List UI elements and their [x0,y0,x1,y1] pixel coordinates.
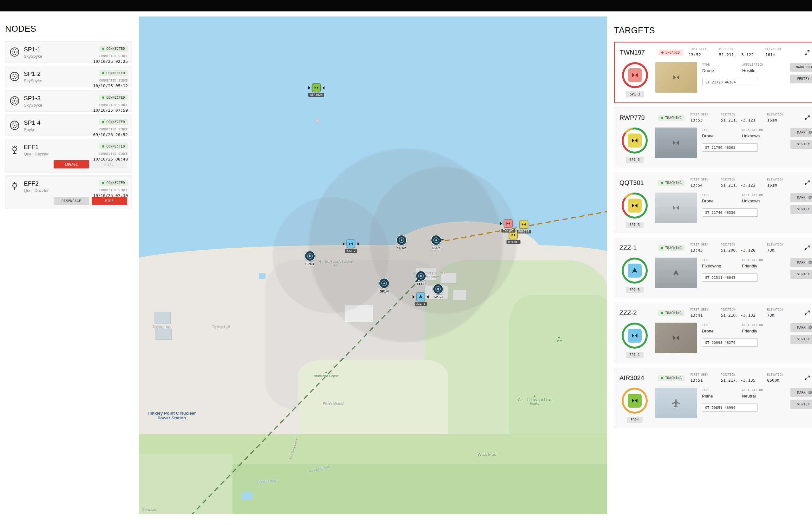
sensor-node-icon [396,235,407,245]
connected-since-label: CONNECTED SINCE [93,55,128,58]
target-thumbnail[interactable] [655,193,697,223]
target-thumbnail[interactable] [655,322,697,353]
target-id: AIR3024 [619,374,652,381]
mark-hostile-button[interactable]: MARK HOSTILE [791,193,812,202]
map-label-bramland: Bramland Copse [312,372,340,377]
target-status-badge: ENGAGED [659,49,683,56]
map-effector-eff2[interactable]: EFF2 [431,235,441,250]
type-label: TYPE [702,194,731,197]
expand-icon [805,180,810,185]
effector-node-icon [9,181,20,192]
expand-target-button[interactable] [802,308,812,318]
map-node-sp1-4[interactable]: SP1-4 [379,278,390,293]
grid-reference-field[interactable]: ST 20851 46999 [702,404,758,412]
map-effector-eff1[interactable]: EFF1 [416,271,426,286]
map-track-twn197[interactable]: TWN197 [501,219,515,232]
map-node-sp1-1[interactable]: SP1-1 [304,251,315,266]
connected-since-value: 10/10/25 07:59 [93,108,128,112]
expand-target-button[interactable] [801,47,812,58]
position-label: POSITION [721,243,761,246]
selection-arrow-icon [308,86,311,89]
map-label-turbine-hall: Turbine Hall [153,325,170,329]
expand-target-button[interactable] [802,242,812,253]
expand-target-button[interactable] [802,177,812,188]
map-track-zzz-2[interactable]: ZZZ-2 [345,240,357,253]
verify-drone-button[interactable]: VERIFY DRONE [791,270,812,279]
node-model: Quell Dazzler [24,188,48,193]
map-attribution[interactable]: © mapbox [142,508,157,511]
node-model: Spyke [24,127,41,132]
map-node-sp1-2[interactable]: SP1-2 [396,235,407,250]
verify-drone-button[interactable]: VERIFY DRONE [791,335,812,344]
status-dot-icon [661,51,664,54]
sensor-node-icon [9,71,20,82]
target-id: QQT301 [619,179,652,186]
status-dot-icon [661,182,663,184]
verify-drone-button[interactable]: VERIFY DRONE [791,205,812,214]
mark-friendly-button[interactable]: MARK FRIENDLY [790,63,812,72]
type-value: Drone [702,134,731,138]
grid-reference-field[interactable]: ST 21720 46364 [702,78,758,86]
target-card-air3024[interactable]: AIR3024 TRACKING FIRST SEEN13:51 POSITIO… [614,368,812,428]
grid-reference-field[interactable]: ST 21311 46043 [702,273,758,282]
source-node-chip: SP1-3 [626,91,644,97]
verify-drone-button[interactable]: VERIFY DRONE [791,400,812,409]
mark-hostile-button[interactable]: MARK HOSTILE [791,128,812,137]
map-track-zzz-1[interactable]: ZZZ-1 [415,292,427,306]
target-card-zzz-2[interactable]: ZZZ-2 TRACKING FIRST SEEN13:41 POSITION5… [614,303,812,363]
target-thumbnail[interactable] [655,258,697,288]
faded-contact-marker[interactable] [315,118,319,122]
effector-node-icon [9,144,20,155]
map-track-air3024[interactable]: AIR3024 [308,84,324,97]
connected-since-label: CONNECTED SINCE [93,189,128,192]
disengage-button[interactable]: DISENGAGE [54,197,89,205]
first-seen-value: 13:52 [689,52,713,57]
map-track-qqt301[interactable]: QQT301 [507,230,521,244]
type-label: TYPE [702,129,731,132]
target-card-zzz-1[interactable]: ZZZ-1 TRACKING FIRST SEEN13:43 POSITION5… [614,238,812,298]
mark-hostile-button[interactable]: MARK HOSTILE [791,323,812,332]
position-label: POSITION [721,178,761,181]
node-status-badge: CONNECTED [99,70,128,76]
expand-target-button[interactable] [802,112,812,123]
affiliation-label: AFFILIATION [742,194,763,197]
selection-arrow-icon [426,295,429,299]
classification-ring-friendly [622,322,648,349]
target-id: ZZZ-2 [619,309,652,317]
map-label-wick-moor: Wick Moor [478,452,498,456]
sensor-node-icon [9,47,20,57]
node-card-sp1-2[interactable]: SP1-2 SkySpyke CONNECTED CONNECTED SINCE… [5,66,132,87]
target-thumbnail[interactable] [655,62,697,93]
verify-drone-button[interactable]: VERIFY DRONE [791,140,812,149]
type-value: Plane [702,394,731,399]
verify-drone-button[interactable]: VERIFY DRONE [790,75,812,84]
node-card-eff1[interactable]: EFF1 Quell Dazzler CONNECTED CONNECTED S… [5,139,132,172]
mark-hostile-button[interactable]: MARK HOSTILE [791,258,812,267]
source-node-chip: SP1-3 [626,157,644,163]
engage-button[interactable]: ENGAGE [54,160,89,168]
drone-track-icon [347,240,355,248]
node-card-sp1-4[interactable]: SP1-4 Spyke CONNECTED CONNECTED SINCE 09… [5,115,132,136]
affiliation-label: AFFILIATION [742,389,763,392]
source-node-chip: SP1-3 [626,287,644,293]
grid-reference-field[interactable]: ST 20098 46279 [702,339,758,347]
map-node-sp1-3[interactable]: SP1-3 [433,284,443,299]
target-card-qqt301[interactable]: QQT301 TRACKING FIRST SEEN13:54 POSITION… [614,172,812,233]
target-thumbnail[interactable] [655,388,697,418]
expand-target-button[interactable] [802,372,812,383]
grid-reference-field[interactable]: ST 21740 46330 [702,208,758,217]
mark-hostile-button[interactable]: MARK HOSTILE [791,388,812,397]
map-canvas[interactable]: Hinkley Point C Nuclear Power Station Tu… [139,16,607,514]
node-card-sp1-3[interactable]: SP1-3 SkySpyke CONNECTED CONNECTED SINCE… [5,90,132,112]
node-card-eff2[interactable]: EFF2 Quell Dazzler CONNECTED CONNECTED S… [5,176,132,209]
target-status-badge: TRACKING [658,245,685,251]
grid-reference-field[interactable]: ST 21790 46362 [702,144,758,152]
position-label: POSITION [721,308,761,311]
affiliation-label: AFFILIATION [742,324,763,327]
elevation-label: ELEVATION [767,178,791,181]
target-card-rwp779[interactable]: RWP779 TRACKING FIRST SEEN13:53 POSITION… [614,107,812,168]
affiliation-value: Neutral [742,394,763,399]
target-card-twn197[interactable]: TWN197 ENGAGED FIRST SEEN13:52 POSITION5… [614,42,812,103]
target-thumbnail[interactable] [655,127,697,158]
node-card-sp1-1[interactable]: SP1-1 SkySpyke CONNECTED CONNECTED SINCE… [5,41,132,63]
